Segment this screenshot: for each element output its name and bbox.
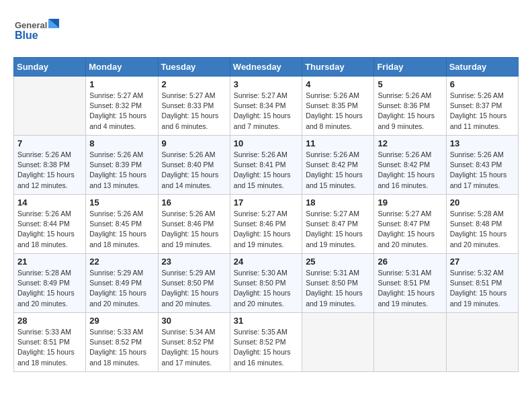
day-info: Sunrise: 5:26 AM Sunset: 8:39 PM Dayligh… [89,150,154,191]
day-number: 3 [234,79,298,89]
day-number: 14 [17,197,82,208]
day-number: 26 [378,257,442,267]
day-info: Sunrise: 5:33 AM Sunset: 8:52 PM Dayligh… [89,327,154,368]
calendar-cell: 22Sunrise: 5:29 AM Sunset: 8:49 PM Dayli… [86,254,158,313]
day-number: 6 [450,79,515,89]
day-info: Sunrise: 5:31 AM Sunset: 8:51 PM Dayligh… [378,268,442,309]
header-tuesday: Tuesday [158,58,230,77]
day-number: 17 [234,197,298,208]
calendar-week-1: 1Sunrise: 5:27 AM Sunset: 8:32 PM Daylig… [14,77,519,136]
calendar-table: SundayMondayTuesdayWednesdayThursdayFrid… [13,57,519,372]
calendar-cell: 28Sunrise: 5:33 AM Sunset: 8:51 PM Dayli… [14,313,86,372]
day-number: 27 [450,257,515,267]
calendar-cell: 2Sunrise: 5:27 AM Sunset: 8:33 PM Daylig… [158,77,230,136]
calendar-cell: 24Sunrise: 5:30 AM Sunset: 8:50 PM Dayli… [230,254,302,313]
day-info: Sunrise: 5:26 AM Sunset: 8:43 PM Dayligh… [450,150,515,191]
day-info: Sunrise: 5:28 AM Sunset: 8:49 PM Dayligh… [17,268,82,309]
day-info: Sunrise: 5:26 AM Sunset: 8:42 PM Dayligh… [378,150,442,191]
calendar-cell: 3Sunrise: 5:27 AM Sunset: 8:34 PM Daylig… [230,77,302,136]
svg-text:Blue: Blue [15,30,38,41]
calendar-cell: 18Sunrise: 5:27 AM Sunset: 8:47 PM Dayli… [302,195,374,254]
calendar-cell [374,313,446,372]
calendar-cell: 1Sunrise: 5:27 AM Sunset: 8:32 PM Daylig… [86,77,158,136]
calendar-week-3: 14Sunrise: 5:26 AM Sunset: 8:44 PM Dayli… [14,195,519,254]
calendar-cell: 30Sunrise: 5:34 AM Sunset: 8:52 PM Dayli… [158,313,230,372]
svg-text:General: General [15,20,47,30]
calendar-cell: 25Sunrise: 5:31 AM Sunset: 8:50 PM Dayli… [302,254,374,313]
calendar-cell: 12Sunrise: 5:26 AM Sunset: 8:42 PM Dayli… [374,136,446,195]
day-number: 18 [306,197,370,208]
day-info: Sunrise: 5:33 AM Sunset: 8:51 PM Dayligh… [17,327,82,368]
header-thursday: Thursday [302,58,374,77]
calendar-cell: 26Sunrise: 5:31 AM Sunset: 8:51 PM Dayli… [374,254,446,313]
calendar-cell: 20Sunrise: 5:28 AM Sunset: 8:48 PM Dayli… [446,195,518,254]
calendar-cell: 14Sunrise: 5:26 AM Sunset: 8:44 PM Dayli… [14,195,86,254]
calendar-cell: 10Sunrise: 5:26 AM Sunset: 8:41 PM Dayli… [230,136,302,195]
day-info: Sunrise: 5:31 AM Sunset: 8:50 PM Dayligh… [306,268,370,309]
day-info: Sunrise: 5:27 AM Sunset: 8:33 PM Dayligh… [162,91,226,132]
day-info: Sunrise: 5:26 AM Sunset: 8:44 PM Dayligh… [17,209,82,250]
calendar-week-2: 7Sunrise: 5:26 AM Sunset: 8:38 PM Daylig… [14,136,519,195]
calendar-week-5: 28Sunrise: 5:33 AM Sunset: 8:51 PM Dayli… [14,313,519,372]
day-info: Sunrise: 5:26 AM Sunset: 8:41 PM Dayligh… [234,150,298,191]
day-info: Sunrise: 5:27 AM Sunset: 8:47 PM Dayligh… [306,209,370,250]
calendar-cell [302,313,374,372]
day-number: 31 [234,316,298,326]
header-saturday: Saturday [446,58,518,77]
day-info: Sunrise: 5:26 AM Sunset: 8:37 PM Dayligh… [450,91,515,132]
logo-svg: General Blue [13,13,67,50]
day-info: Sunrise: 5:27 AM Sunset: 8:46 PM Dayligh… [234,209,298,250]
day-info: Sunrise: 5:26 AM Sunset: 8:35 PM Dayligh… [306,91,370,132]
header-sunday: Sunday [14,58,86,77]
day-number: 30 [162,316,226,326]
calendar-cell: 9Sunrise: 5:26 AM Sunset: 8:40 PM Daylig… [158,136,230,195]
header-friday: Friday [374,58,446,77]
calendar-cell: 4Sunrise: 5:26 AM Sunset: 8:35 PM Daylig… [302,77,374,136]
day-number: 20 [450,197,515,208]
day-info: Sunrise: 5:27 AM Sunset: 8:34 PM Dayligh… [234,91,298,132]
day-info: Sunrise: 5:29 AM Sunset: 8:49 PM Dayligh… [89,268,154,309]
day-number: 8 [89,138,154,148]
day-number: 16 [162,197,226,208]
day-info: Sunrise: 5:34 AM Sunset: 8:52 PM Dayligh… [162,327,226,368]
calendar-cell: 8Sunrise: 5:26 AM Sunset: 8:39 PM Daylig… [86,136,158,195]
day-number: 11 [306,138,370,148]
day-number: 24 [234,257,298,267]
calendar-cell: 13Sunrise: 5:26 AM Sunset: 8:43 PM Dayli… [446,136,518,195]
day-number: 5 [378,79,442,89]
calendar-cell: 23Sunrise: 5:29 AM Sunset: 8:50 PM Dayli… [158,254,230,313]
day-info: Sunrise: 5:27 AM Sunset: 8:47 PM Dayligh… [378,209,442,250]
page-header: General Blue [13,13,519,50]
day-info: Sunrise: 5:32 AM Sunset: 8:51 PM Dayligh… [450,268,515,309]
day-number: 13 [450,138,515,148]
day-number: 21 [17,257,82,267]
day-info: Sunrise: 5:26 AM Sunset: 8:42 PM Dayligh… [306,150,370,191]
calendar-cell: 7Sunrise: 5:26 AM Sunset: 8:38 PM Daylig… [14,136,86,195]
calendar-cell: 17Sunrise: 5:27 AM Sunset: 8:46 PM Dayli… [230,195,302,254]
calendar-cell: 31Sunrise: 5:35 AM Sunset: 8:52 PM Dayli… [230,313,302,372]
day-number: 25 [306,257,370,267]
day-info: Sunrise: 5:27 AM Sunset: 8:32 PM Dayligh… [89,91,154,132]
day-number: 23 [162,257,226,267]
day-info: Sunrise: 5:28 AM Sunset: 8:48 PM Dayligh… [450,209,515,250]
day-number: 2 [162,79,226,89]
day-number: 28 [17,316,82,326]
day-info: Sunrise: 5:35 AM Sunset: 8:52 PM Dayligh… [234,327,298,368]
day-info: Sunrise: 5:26 AM Sunset: 8:40 PM Dayligh… [162,150,226,191]
day-number: 10 [234,138,298,148]
calendar-cell [446,313,518,372]
header-monday: Monday [86,58,158,77]
calendar-cell: 27Sunrise: 5:32 AM Sunset: 8:51 PM Dayli… [446,254,518,313]
calendar-week-4: 21Sunrise: 5:28 AM Sunset: 8:49 PM Dayli… [14,254,519,313]
calendar-cell [14,77,86,136]
day-info: Sunrise: 5:26 AM Sunset: 8:45 PM Dayligh… [89,209,154,250]
header-wednesday: Wednesday [230,58,302,77]
calendar-cell: 5Sunrise: 5:26 AM Sunset: 8:36 PM Daylig… [374,77,446,136]
day-number: 22 [89,257,154,267]
day-number: 19 [378,197,442,208]
day-info: Sunrise: 5:26 AM Sunset: 8:36 PM Dayligh… [378,91,442,132]
day-number: 4 [306,79,370,89]
day-number: 7 [17,138,82,148]
calendar-cell: 15Sunrise: 5:26 AM Sunset: 8:45 PM Dayli… [86,195,158,254]
day-number: 9 [162,138,226,148]
